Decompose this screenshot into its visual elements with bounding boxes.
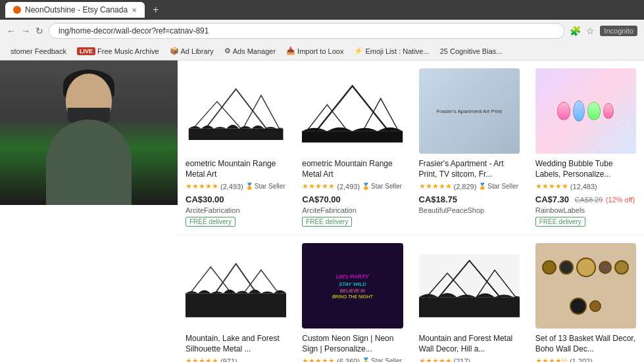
product-title-7: Mountain and Forest Metal Wall Decor, Hi… (419, 334, 520, 354)
stars-8: ★★★★½ (535, 357, 568, 362)
bookmark-ads-manager[interactable]: ⚙ Ads Manager (220, 45, 280, 57)
star-seller-badge-2: 🏅 Star Seller (362, 183, 402, 190)
product-card-8[interactable]: Set of 13 Basket Wall Decor, Boho Wall D… (528, 235, 644, 362)
neon-sign-img: Let's PARTY STAY WILD BELIEVE IN BRING T… (302, 243, 403, 328)
bubble-4 (603, 103, 614, 119)
product-card-4[interactable]: Wedding Bubble Tube Labels, Personalize.… (528, 60, 644, 235)
live-badge: LIVE (77, 47, 95, 55)
bookmark-cognitive-bias[interactable]: 25 Cognitive Bias... (436, 46, 507, 57)
neon-text-3: BELIEVE IN (340, 288, 365, 293)
product-card-5[interactable]: Mountain, Lake and Forest Silhouette Met… (178, 235, 294, 362)
star-seller-label-3: Star Seller (487, 183, 518, 190)
product-card-3[interactable]: Frasier's Apartment Art Print Frasier's … (411, 60, 528, 235)
basket-6 (570, 298, 587, 315)
rating-count-6: (6,360) (337, 357, 360, 362)
price-2: CA$70.00 (302, 194, 341, 204)
free-delivery-4: FREE delivery (535, 217, 585, 227)
basket-img (535, 243, 636, 328)
star-seller-badge-6: 🏅 Star Seller (362, 357, 402, 362)
forward-button[interactable]: → (21, 26, 30, 36)
star-seller-icon-6: 🏅 (362, 357, 370, 362)
bookmark-button[interactable]: ☆ (586, 26, 595, 36)
ads-manager-icon: ⚙ (224, 47, 231, 55)
product-image-6: Let's PARTY STAY WILD BELIEVE IN BRING T… (302, 243, 403, 328)
product-title-8: Set of 13 Basket Wall Decor, Boho Wall D… (535, 334, 636, 354)
product-card-2[interactable]: eometric Mountain Range Metal Art ★★★★★ … (294, 60, 410, 235)
stars-7: ★★★★★ (419, 357, 452, 362)
stars-3: ★★★★★ (419, 182, 452, 191)
bookmark-emoji-list[interactable]: ⚡ Emoji List : Native... (350, 45, 433, 57)
address-text: ing/home-decor/wall-decor?ref=catnav-891 (59, 26, 209, 35)
new-tab-button[interactable]: + (149, 3, 162, 17)
mountain-svg-1 (186, 68, 286, 154)
tab-close-button[interactable]: ✕ (132, 7, 137, 14)
bookmark-ad-library[interactable]: 📦 Ad Library (166, 45, 218, 57)
product-image-3: Frasier's Apartment Art Print (419, 68, 520, 154)
product-title-5: Mountain, Lake and Forest Silhouette Met… (186, 334, 286, 354)
basket-4 (599, 261, 612, 274)
product-card-1[interactable]: eometric Mountain Range Metal Art ★★★★★ … (178, 60, 294, 235)
bookmark-label: Emoji List : Native... (365, 47, 429, 55)
ratings-row-7: ★★★★★ (217) (419, 357, 520, 362)
stars-4: ★★★★★ (535, 182, 568, 191)
product-image-8 (535, 243, 636, 328)
price-3: CA$18.75 (419, 194, 458, 204)
rating-count-2: (2,493) (337, 183, 360, 191)
main-content: eometric Mountain Range Metal Art ★★★★★ … (0, 60, 644, 362)
product-grid: eometric Mountain Range Metal Art ★★★★★ … (178, 60, 644, 362)
star-seller-badge-3: 🏅 Star Seller (478, 183, 518, 190)
neon-text-2: STAY WILD (339, 281, 366, 287)
mountain-svg-5 (186, 243, 286, 328)
svg-rect-14 (186, 294, 286, 317)
address-input[interactable]: ing/home-decor/wall-decor?ref=catnav-891 (49, 23, 564, 39)
mountain-svg-7 (419, 243, 520, 328)
price-row-3: CA$18.75 (419, 193, 520, 205)
bookmark-label: Ads Manager (233, 47, 276, 55)
seller-name-4: RainbowLabels (535, 206, 636, 214)
product-card-7[interactable]: Mountain and Forest Metal Wall Decor, Hi… (411, 235, 528, 362)
rating-count-3: (2,829) (454, 183, 477, 191)
svg-rect-19 (419, 297, 520, 317)
bubble-2 (573, 101, 585, 122)
refresh-button[interactable]: ↻ (36, 26, 43, 36)
address-bar-row: ← → ↻ ing/home-decor/wall-decor?ref=catn… (0, 20, 644, 42)
extensions-button[interactable]: 🧩 (570, 26, 581, 36)
ratings-row-2: ★★★★★ (2,493) 🏅 Star Seller (302, 182, 403, 191)
star-seller-label-1: Star Seller (255, 183, 285, 190)
rating-count-8: (1,202) (570, 357, 593, 362)
star-seller-icon-1: 🏅 (245, 183, 253, 190)
free-delivery-2: FREE delivery (302, 217, 352, 227)
back-button[interactable]: ← (7, 26, 16, 36)
bookmark-free-music-archive[interactable]: LIVE Free Music Archive (73, 46, 163, 57)
incognito-badge: Incognito (600, 26, 637, 36)
bubble-1 (557, 102, 570, 120)
product-card-6[interactable]: Let's PARTY STAY WILD BELIEVE IN BRING T… (294, 235, 410, 362)
price-4: CA$7.30 (535, 194, 569, 204)
bookmarks-bar: stomer Feedback LIVE Free Music Archive … (0, 42, 644, 60)
ratings-row-5: ★★★★★ (971) (186, 357, 286, 362)
frasiers-print-img: Frasier's Apartment Art Print (419, 68, 520, 154)
seller-name-2: ArciteFabrication (302, 206, 403, 214)
bookmark-label: Ad Library (181, 47, 214, 55)
product-title-2: eometric Mountain Range Metal Art (302, 159, 403, 179)
star-seller-badge-1: 🏅 Star Seller (245, 183, 285, 190)
ad-library-icon: 📦 (170, 47, 179, 55)
rating-count-7: (217) (454, 357, 471, 362)
bubble-3 (587, 102, 601, 120)
product-image-7 (419, 243, 520, 328)
product-image-4 (535, 68, 636, 154)
price-row-4: CA$7.30 CA$8.29 (12% off) (535, 193, 636, 205)
emoji-icon: ⚡ (354, 47, 363, 55)
star-seller-label-2: Star Seller (371, 183, 402, 190)
bookmark-customer-feedback[interactable]: stomer Feedback (7, 46, 70, 57)
discount-4: (12% off) (606, 196, 635, 204)
active-tab[interactable]: NeonOutshine - Etsy Canada ✕ (5, 2, 145, 18)
bookmark-import-loox[interactable]: 📥 Import to Loox (282, 45, 347, 57)
ratings-row-3: ★★★★★ (2,829) 🏅 Star Seller (419, 182, 520, 191)
tab-bar: NeonOutshine - Etsy Canada ✕ + (0, 0, 644, 20)
stars-6: ★★★★★ (302, 357, 335, 362)
price-original-4: CA$8.29 (575, 196, 603, 204)
stars-1: ★★★★★ (186, 182, 218, 191)
rating-count-4: (12,483) (570, 183, 597, 191)
rating-count-5: (971) (220, 357, 237, 362)
